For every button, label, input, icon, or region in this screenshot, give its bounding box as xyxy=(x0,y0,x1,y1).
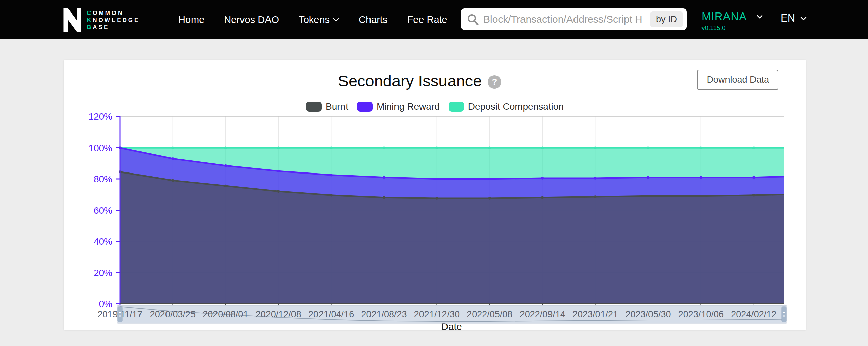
page-title: Secondary Issuance xyxy=(338,72,482,90)
legend-swatch xyxy=(306,102,322,112)
chevron-down-icon xyxy=(333,18,339,22)
nav-item-home[interactable]: Home xyxy=(178,14,204,25)
nav-item-tokens[interactable]: Tokens xyxy=(299,14,339,25)
logo-line: KNOWLEDGE xyxy=(87,17,140,23)
search-input[interactable] xyxy=(483,14,650,25)
search-by-id-button[interactable]: by ID xyxy=(650,11,683,27)
network-version: v0.115.0 xyxy=(701,24,747,32)
legend-label: Mining Reward xyxy=(377,101,440,112)
search-icon xyxy=(467,14,479,25)
chevron-down-icon xyxy=(800,17,807,20)
x-axis-name: Date xyxy=(418,321,485,330)
legend-swatch xyxy=(357,102,373,112)
chart-card: Secondary Issuance ? Download Data Burnt… xyxy=(64,60,806,330)
legend-item-burnt[interactable]: Burnt xyxy=(306,101,348,112)
main-nav: HomeNervos DAOTokensChartsFee Rate xyxy=(178,0,448,39)
chart-legend: BurntMining RewardDeposit Compensation xyxy=(64,101,806,112)
ckb-logo[interactable]: COMMONKNOWLEDGEBASE xyxy=(62,8,140,32)
nav-item-fee-rate[interactable]: Fee Rate xyxy=(407,14,447,25)
chevron-down-icon xyxy=(757,15,763,19)
download-data-button[interactable]: Download Data xyxy=(697,70,778,90)
logo-line: COMMON xyxy=(87,10,140,16)
nav-item-nervos-dao[interactable]: Nervos DAO xyxy=(224,14,279,25)
logo-wordmark: COMMONKNOWLEDGEBASE xyxy=(87,10,140,30)
legend-label: Deposit Compensation xyxy=(468,101,564,112)
legend-label: Burnt xyxy=(326,101,348,112)
language-selector[interactable]: EN xyxy=(781,12,807,24)
language-label: EN xyxy=(781,12,795,24)
header: COMMONKNOWLEDGEBASE HomeNervos DAOTokens… xyxy=(0,0,868,39)
legend-item-deposit-compensation[interactable]: Deposit Compensation xyxy=(449,101,564,112)
nervos-n-icon xyxy=(62,8,82,32)
logo-line: BASE xyxy=(87,24,140,30)
legend-item-mining-reward[interactable]: Mining Reward xyxy=(357,101,440,112)
network-selector[interactable]: MIRANA v0.115.0 xyxy=(701,10,747,32)
nav-item-charts[interactable]: Charts xyxy=(359,14,387,25)
network-name: MIRANA xyxy=(701,10,747,23)
help-icon[interactable]: ? xyxy=(488,75,501,89)
search-bar: by ID xyxy=(461,8,687,30)
legend-swatch xyxy=(449,102,464,112)
